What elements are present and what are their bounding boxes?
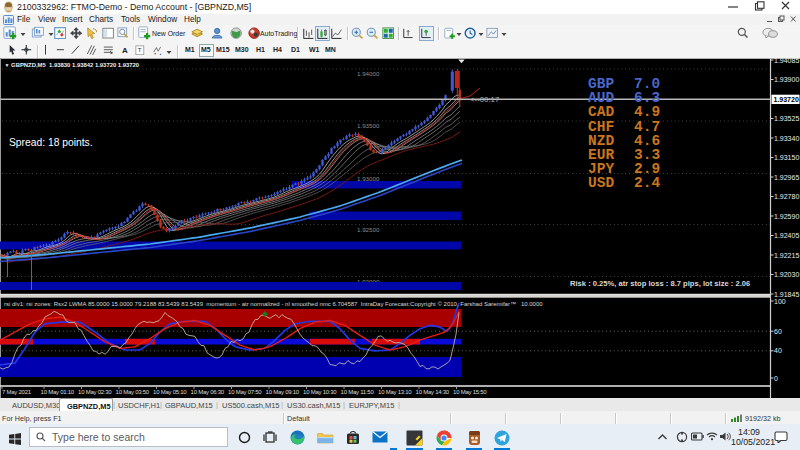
svg-text:10 May 15:50: 10 May 15:50	[453, 389, 487, 395]
svg-text:1.93900: 1.93900	[774, 76, 799, 83]
svg-text:10 May 05:10: 10 May 05:10	[153, 389, 187, 395]
svg-text:10 May 13:10: 10 May 13:10	[378, 389, 412, 395]
svg-text:1.91845: 1.91845	[774, 291, 799, 298]
svg-text:1.93150: 1.93150	[774, 154, 799, 161]
svg-text:10 May 07:50: 10 May 07:50	[228, 389, 262, 395]
svg-text:Spread: 18 points.: Spread: 18 points.	[9, 137, 93, 148]
svg-text:1.93500: 1.93500	[357, 122, 380, 129]
svg-text:60: 60	[774, 328, 782, 335]
svg-text:10 May 03:50: 10 May 03:50	[116, 389, 150, 395]
svg-text:1.94000: 1.94000	[357, 70, 380, 77]
svg-text:0: 0	[774, 375, 778, 382]
svg-text:10 May 02:30: 10 May 02:30	[78, 389, 112, 395]
svg-text:1.92500: 1.92500	[357, 226, 380, 233]
svg-text:1.92590: 1.92590	[774, 213, 799, 220]
svg-text:10 May 10:30: 10 May 10:30	[303, 389, 337, 395]
svg-text:1.93720: 1.93720	[774, 96, 799, 103]
svg-text:10 May 14:30: 10 May 14:30	[416, 389, 450, 395]
svg-text:10 May 01:10: 10 May 01:10	[41, 389, 75, 395]
svg-text:10 May 11:50: 10 May 11:50	[341, 389, 375, 395]
svg-text:USD: USD	[588, 175, 614, 191]
svg-text:10 May 09:10: 10 May 09:10	[266, 389, 300, 395]
svg-text:1.92215: 1.92215	[774, 252, 799, 259]
svg-text:1.92405: 1.92405	[774, 232, 799, 239]
svg-text:1.93340: 1.93340	[774, 135, 799, 142]
svg-text:1.92030: 1.92030	[774, 271, 799, 278]
svg-text:7 May 2021: 7 May 2021	[2, 389, 32, 395]
svg-text:1.94085: 1.94085	[774, 58, 799, 64]
svg-text:1.93525: 1.93525	[774, 115, 799, 122]
svg-text:2.4: 2.4	[634, 175, 660, 191]
svg-text:<--00:17: <--00:17	[470, 95, 499, 104]
svg-text:10 May 06:30: 10 May 06:30	[191, 389, 225, 395]
svg-text:1.92780: 1.92780	[774, 193, 799, 200]
svg-text:Risk : 0.25%, atr stop loss :: Risk : 0.25%, atr stop loss : 8.7 pips, …	[570, 279, 750, 288]
svg-text:▼ GBPNZD,M5 1.93830 1.93842 1: ▼ GBPNZD,M5 1.93830 1.93842 1.93720 1.93…	[5, 62, 140, 68]
svg-text:1.93000: 1.93000	[357, 175, 380, 182]
svg-text:rsi div1: rsi zones: Rsx2 LWMA: rsi div1: rsi zones: Rsx2 LWMA 85.0000 1…	[4, 301, 543, 307]
svg-text:1.92965: 1.92965	[774, 174, 799, 181]
svg-text:100: 100	[774, 298, 786, 305]
svg-text:40: 40	[774, 347, 782, 354]
svg-text:T: T	[138, 46, 142, 53]
